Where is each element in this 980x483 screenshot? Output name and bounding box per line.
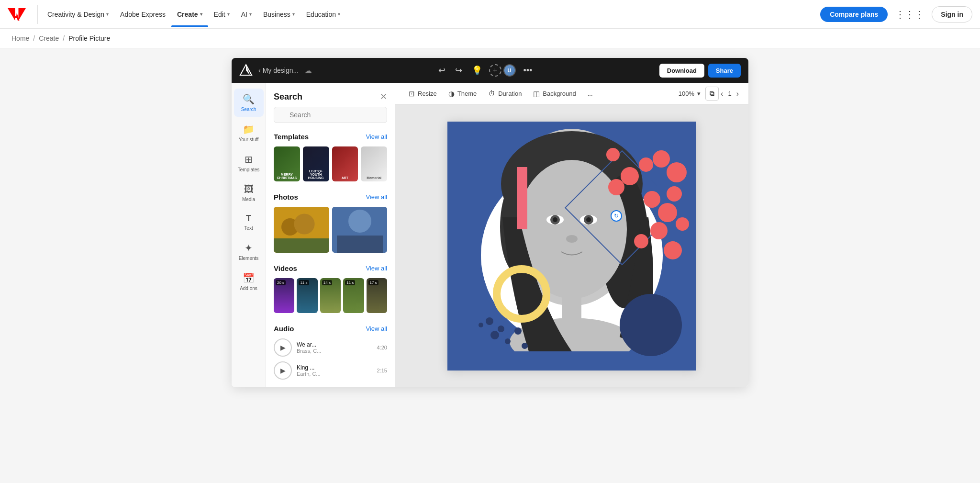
zoom-control[interactable]: 100% ▾ [674, 87, 705, 100]
breadcrumb-separator: / [33, 34, 35, 42]
top-navigation: Creativity & Design ▾ Adobe Express Crea… [0, 0, 980, 29]
search-input[interactable] [274, 107, 387, 123]
page-navigation: ‹ 1 › [719, 88, 741, 100]
elements-icon: ✦ [245, 242, 253, 254]
resize-label: Resize [418, 90, 437, 97]
nav-item-label: AI [241, 11, 247, 18]
template-item[interactable]: LGBTQ+ YOUTH HOUSING [303, 146, 329, 181]
canvas-viewport[interactable]: ↻ [395, 105, 748, 387]
theme-button[interactable]: ◑ Theme [443, 86, 482, 102]
photo-item[interactable] [274, 207, 329, 253]
design-name-label: My design... [263, 67, 299, 74]
photo-item[interactable] [332, 207, 388, 253]
sign-in-button[interactable]: Sign in [932, 6, 972, 22]
back-to-designs-button[interactable]: ‹ My design... [258, 67, 299, 74]
coral-dot [650, 222, 668, 239]
sidebar-item-label: Media [242, 197, 255, 202]
folder-icon: 📁 [243, 124, 255, 135]
sidebar-item-elements[interactable]: ✦ Elements [234, 237, 264, 266]
coral-dot [606, 148, 620, 161]
suggestions-button[interactable]: 💡 [469, 62, 485, 79]
template-item[interactable]: MERRY CHRISTMAS [274, 146, 300, 181]
adobe-logo-container[interactable] [8, 8, 33, 21]
more-tools-button[interactable]: ... [582, 86, 599, 101]
cloud-save-icon[interactable]: ☁ [304, 66, 312, 75]
coral-dot [634, 234, 648, 248]
apps-grid-icon[interactable]: ⋮⋮⋮ [891, 5, 928, 24]
resize-icon: ⊡ [409, 90, 415, 98]
duration-icon: ⏱ [488, 90, 495, 98]
next-page-button[interactable]: › [735, 88, 741, 100]
videos-view-all-link[interactable]: View all [366, 265, 387, 272]
nav-item-ai[interactable]: AI ▾ [235, 7, 257, 22]
breadcrumb-current: Profile Picture [68, 34, 110, 42]
audio-title: We ar... [297, 341, 372, 348]
nav-item-creativity-design[interactable]: Creativity & Design ▾ [42, 7, 114, 22]
nav-item-business[interactable]: Business ▾ [257, 7, 301, 22]
video-item[interactable]: 20 s [274, 278, 294, 313]
sidebar-item-text[interactable]: T Text [234, 209, 264, 236]
sidebar-item-add-ons[interactable]: 📅 Add ons [234, 268, 264, 296]
breadcrumb-create[interactable]: Create [39, 34, 59, 42]
nav-item-edit[interactable]: Edit ▾ [208, 7, 235, 22]
video-item[interactable]: 11 s [343, 278, 364, 313]
audio-play-button[interactable]: ▶ [274, 338, 292, 357]
chevron-down-icon: ▾ [200, 11, 202, 17]
audio-item[interactable]: ▶ King ... Earth, C... 2:15 [274, 361, 387, 380]
theme-label: Theme [457, 90, 477, 97]
nav-item-education[interactable]: Education ▾ [301, 7, 346, 22]
chevron-left-icon: ‹ [258, 67, 261, 74]
sidebar-item-templates[interactable]: ⊞ Templates [234, 149, 264, 177]
video-item[interactable]: 17 s [367, 278, 387, 313]
download-button[interactable]: Download [659, 64, 704, 78]
photos-view-all-link[interactable]: View all [366, 193, 387, 201]
background-button[interactable]: ◫ Background [527, 86, 581, 102]
more-options-button[interactable]: ••• [520, 64, 536, 78]
templates-view-all-link[interactable]: View all [366, 133, 387, 140]
nav-item-adobe-express[interactable]: Adobe Express [114, 7, 171, 22]
dark-dot [490, 331, 499, 339]
close-panel-button[interactable]: ✕ [380, 91, 387, 102]
left-sidebar: 🔍 Search 📁 Your stuff ⊞ Templates 🖼 Medi… [232, 83, 266, 387]
video-item[interactable]: 14 s [320, 278, 341, 313]
background-label: Background [543, 90, 576, 97]
video-duration: 20 s [276, 280, 286, 285]
audio-section: Audio View all ▶ We ar... Brass, C... 4:… [266, 321, 395, 387]
audio-item[interactable]: ▶ We ar... Brass, C... 4:20 [274, 338, 387, 357]
coral-dot [621, 167, 639, 185]
sidebar-item-media[interactable]: 🖼 Media [234, 179, 264, 207]
prev-page-button[interactable]: ‹ [719, 88, 725, 100]
audio-artist: Brass, C... [297, 348, 372, 354]
template-label: LGBTQ+ YOUTH HOUSING [305, 169, 327, 180]
redo-button[interactable]: ↪ [452, 62, 465, 79]
template-item[interactable]: ART [332, 146, 358, 181]
copy-page-button[interactable]: ⧉ [705, 87, 719, 101]
sidebar-item-your-stuff[interactable]: 📁 Your stuff [234, 119, 264, 147]
editor-topbar-left: ‹ My design... ☁ [239, 64, 312, 77]
search-input-container: 🔍 [266, 107, 395, 129]
chevron-down-icon: ▾ [338, 11, 340, 17]
audio-info: King ... Earth, C... [297, 364, 372, 377]
resize-button[interactable]: ⊡ Resize [403, 86, 443, 102]
editor-topbar-center: ↩ ↪ 💡 + U ••• [435, 62, 536, 79]
nav-item-create[interactable]: Create ▾ [171, 7, 208, 22]
duration-button[interactable]: ⏱ Duration [482, 86, 527, 101]
audio-view-all-link[interactable]: View all [366, 325, 387, 332]
invite-collaborator-button[interactable]: + [489, 64, 501, 77]
canvas-frame[interactable]: ↻ [447, 122, 696, 371]
editor-topbar: ‹ My design... ☁ ↩ ↪ 💡 + U ••• Download … [232, 58, 748, 83]
video-item[interactable]: 11 s [297, 278, 317, 313]
nav-divider [37, 5, 38, 24]
compare-plans-button[interactable]: Compare plans [820, 7, 888, 22]
breadcrumb-separator: / [63, 34, 65, 42]
audio-play-button[interactable]: ▶ [274, 361, 292, 380]
coral-dot [667, 162, 687, 182]
nav-item-label: Adobe Express [120, 11, 166, 18]
breadcrumb-home[interactable]: Home [11, 34, 29, 42]
rotation-handle[interactable]: ↻ [611, 210, 622, 222]
template-item[interactable]: Memorial [361, 146, 387, 181]
undo-button[interactable]: ↩ [435, 62, 448, 79]
sidebar-item-label: Templates [238, 167, 260, 172]
share-button[interactable]: Share [708, 64, 741, 78]
sidebar-item-search[interactable]: 🔍 Search [234, 89, 264, 117]
